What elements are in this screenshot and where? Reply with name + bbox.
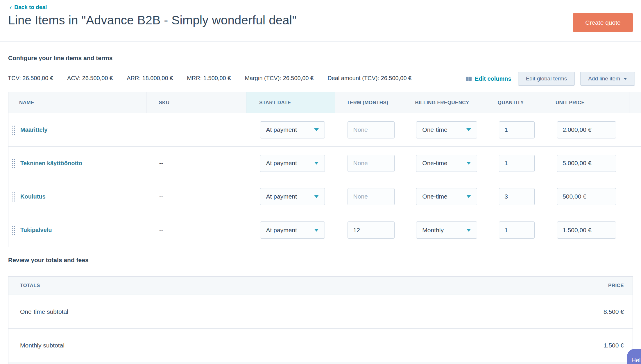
chevron-down-icon [314,128,319,131]
sku-value: -- [159,127,163,133]
line-item-name-link[interactable]: Määrittely [20,127,47,133]
totals-row-value: 1.500 € [604,342,624,349]
back-chevron-icon: ‹ [10,5,12,10]
line-item-name-link[interactable]: Koulutus [20,193,46,200]
quantity-input[interactable]: 3 [499,188,535,205]
edit-global-terms-label: Edit global terms [526,75,567,82]
deal-stats-row: TCV: 26.500,00 € ACV: 26.500,00 € ARR: 1… [8,75,411,82]
unit-price-input[interactable]: 1.500,00 € [557,221,616,239]
billing-frequency-value: One-time [422,160,447,167]
stat-acv: ACV: 26.500,00 € [67,75,113,82]
column-header-quantity: QUANTITY [489,92,548,113]
line-item-row: Koulutus -- At payment None One-time 3 5… [8,180,641,213]
line-items-table-header: NAME SKU START DATE TERM (MONTHS) BILLIN… [8,92,641,113]
edit-columns-label: Edit columns [475,75,511,82]
chevron-down-icon [466,229,471,232]
start-date-select[interactable]: At payment [260,155,325,172]
term-input[interactable]: None [348,188,395,205]
line-items-table: NAME SKU START DATE TERM (MONTHS) BILLIN… [8,92,641,247]
back-to-deal-link[interactable]: ‹ Back to deal [10,4,47,10]
line-item-row: Tekninen käyttöönotto -- At payment None… [8,147,641,180]
start-date-value: At payment [266,227,297,234]
quantity-input[interactable]: 1 [499,155,535,172]
totals-row-one-time: One-time subtotal 8.500 € [8,295,633,329]
stat-tcv: TCV: 26.500,00 € [8,75,53,82]
unit-price-input[interactable]: 2.000,00 € [557,121,616,138]
chevron-down-icon [314,229,319,232]
start-date-select[interactable]: At payment [260,221,325,239]
back-link-label: Back to deal [14,4,47,10]
billing-frequency-select[interactable]: Monthly [416,221,477,239]
quantity-input[interactable]: 1 [499,221,535,239]
totals-row-monthly: Monthly subtotal 1.500 € [8,329,633,362]
column-header-cutoff [629,92,641,113]
column-header-start-date: START DATE [246,92,335,113]
chevron-down-icon [466,162,471,165]
create-quote-button[interactable]: Create quote [573,13,633,32]
columns-icon [466,76,472,82]
billing-frequency-value: One-time [422,193,447,200]
line-item-name-link[interactable]: Tukipalvelu [20,227,52,233]
chevron-down-icon [466,195,471,198]
start-date-value: At payment [266,160,297,167]
billing-frequency-select[interactable]: One-time [416,155,477,172]
drag-handle-icon[interactable] [12,192,15,201]
term-input[interactable]: None [348,155,395,172]
stat-deal-amount-tcv: Deal amount (TCV): 26.500,00 € [327,75,411,82]
drag-handle-icon[interactable] [12,125,15,135]
stat-margin-tcv: Margin (TCV): 26.500,00 € [245,75,314,82]
totals-table-header: TOTALS PRICE [8,277,633,295]
chevron-down-icon [466,128,471,131]
drag-handle-icon[interactable] [12,225,15,235]
chevron-down-icon [314,162,319,165]
header-divider [0,41,641,42]
column-header-name: NAME [8,92,146,113]
edit-global-terms-button[interactable]: Edit global terms [518,72,575,86]
line-item-row: Määrittely -- At payment None One-time 1… [8,113,641,147]
term-input[interactable]: None [348,121,395,138]
chevron-down-icon [624,78,627,80]
sku-value: -- [159,227,163,233]
edit-columns-link[interactable]: Edit columns [466,75,511,82]
chevron-down-icon [314,195,319,198]
totals-row-label: One-time subtotal [20,308,68,315]
totals-column-header: TOTALS [20,283,40,289]
column-header-term-months: TERM (MONTHS) [335,92,406,113]
billing-frequency-value: Monthly [422,227,444,234]
start-date-value: At payment [266,126,297,133]
table-controls: Edit columns Edit global terms Add line … [466,72,635,86]
add-line-item-button[interactable]: Add line item [580,72,635,86]
unit-price-input[interactable]: 500,00 € [557,188,616,205]
add-line-item-label: Add line item [588,75,620,82]
totals-row-label: Monthly subtotal [20,342,65,349]
billing-frequency-select[interactable]: One-time [416,121,477,138]
help-button[interactable]: Hel [627,349,641,364]
totals-table: TOTALS PRICE One-time subtotal 8.500 € M… [8,276,633,363]
billing-frequency-value: One-time [422,126,447,133]
start-date-select[interactable]: At payment [260,188,325,205]
sku-value: -- [159,193,163,200]
column-header-unit-price: UNIT PRICE [548,92,629,113]
page-title: Line Items in "Advance B2B - Simply wond… [8,13,297,27]
sku-value: -- [159,160,163,167]
configure-heading: Configure your line items and terms [8,55,112,62]
totals-heading: Review your totals and fees [8,257,89,264]
stat-mrr: MRR: 1.500,00 € [187,75,231,82]
column-header-billing-frequency: BILLING FREQUENCY [406,92,489,113]
line-item-name-link[interactable]: Tekninen käyttöönotto [20,160,82,167]
stat-arr: ARR: 18.000,00 € [127,75,173,82]
start-date-select[interactable]: At payment [260,121,325,138]
term-input[interactable]: 12 [348,221,395,239]
column-header-sku: SKU [146,92,246,113]
totals-next-row-partial [8,362,633,364]
quantity-input[interactable]: 1 [499,121,535,138]
line-item-row: Tukipalvelu -- At payment 12 Monthly 1 1… [8,213,641,247]
drag-handle-icon[interactable] [12,158,15,168]
start-date-value: At payment [266,193,297,200]
billing-frequency-select[interactable]: One-time [416,188,477,205]
price-column-header: PRICE [608,283,624,289]
unit-price-input[interactable]: 5.000,00 € [557,155,616,172]
totals-row-value: 8.500 € [604,308,624,315]
